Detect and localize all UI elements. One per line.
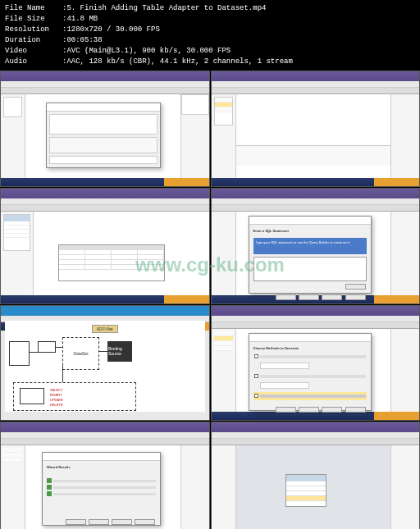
solution-explorer [390,445,419,529]
left-sidebar [212,445,236,529]
filename-value: 5. Finish Adding Table Adapter to Datase… [66,3,415,14]
connector [30,352,38,353]
finish-button [322,407,342,413]
menubar [1,198,209,205]
check-icon [47,485,52,490]
grid-pane [49,137,158,153]
finish-button [322,294,342,300]
left-sidebar [212,212,236,295]
taskbar-badge [374,178,419,186]
table-row [59,265,164,270]
dialog-titlebar [249,217,371,225]
toolbar [212,88,420,94]
checkbox [254,394,258,398]
header-cell [112,245,138,249]
filename-label: File Name [5,3,62,14]
menubar [1,432,209,439]
update-label: UPDATE [50,398,63,402]
checkbox [254,354,258,358]
next-button [299,294,319,300]
thumbnail-7[interactable]: Wizard Results [0,422,210,529]
connector [62,366,63,382]
audio-label: Audio [5,57,62,67]
dialog-titlebar [249,334,371,342]
diagram-canvas: ADO.Net DataSet Binding Source SELECT IN… [5,321,205,413]
sql-source-box [20,388,44,404]
menubar [212,81,420,88]
menubar [212,432,420,439]
previous-button [276,294,296,300]
toolbar [212,205,420,212]
dialog-titlebar [43,453,160,461]
fill-method-name-input [260,363,309,369]
filesize-value: 41.8 MB [66,14,415,25]
table-schema-box [3,214,30,251]
thumbnail-3[interactable] [0,188,210,304]
menubar [1,81,209,88]
previous-button [276,407,296,413]
resolution-label: Resolution [5,25,62,35]
cancel-button [345,294,366,300]
designer-surface [25,94,180,178]
return-datatable-option [253,372,367,381]
query-builder-button [345,284,366,290]
table-header [286,475,326,481]
finish-button [112,519,132,525]
taskbar-badge [374,412,419,420]
previous-button [66,519,86,525]
window-titlebar [1,189,209,198]
dataset-label: DataSet [73,351,88,356]
window-titlebar [212,189,420,198]
video-label: Video [5,46,62,57]
get-method-name-input [260,382,309,389]
wizard-heading: Choose Methods to Generate [253,346,367,353]
header-cell [59,245,85,249]
adonet-label: ADO.Net [92,325,118,333]
result-item [47,485,156,490]
thumbnail-2[interactable] [211,71,421,187]
wizard-heading: Wizard Results [47,465,156,472]
main-area: Choose Methods to Generate [236,329,391,413]
sql-textarea [253,257,367,281]
menubar [212,316,420,322]
thumbnail-6[interactable]: Choose Methods to Generate [211,305,421,422]
window-titlebar [212,71,420,81]
audio-value: AAC, 128 kb/s (CBR), 44.1 kHz, 2 channel… [66,57,415,67]
adapter-row [286,496,326,501]
cancel-button [345,407,366,413]
methods-wizard-dialog: Choose Methods to Generate [249,333,372,411]
left-sidebar [1,445,25,529]
instruction-banner: Type your SQL statement or use the Query… [253,238,367,254]
main-area: Enter a SQL Statement Type your SQL stat… [236,212,391,295]
cancel-button [135,519,155,525]
duration-label: Duration [5,35,62,46]
output-panel [236,145,391,166]
sql-pane [49,156,158,164]
dataset-designer [236,445,391,529]
next-button [299,407,319,413]
thumbnail-5[interactable]: ADO.Net DataSet Binding Source SELECT IN… [0,305,210,422]
fill-datatable-option [253,353,367,361]
table-header [4,215,30,221]
toolbar [1,88,209,94]
result-item [47,478,156,483]
browser-titlebar [1,306,209,316]
toolbar [212,322,420,329]
item [3,458,22,463]
designer-surface [236,94,391,178]
left-sidebar [212,329,236,413]
dialog-titlebar [47,103,160,112]
query-builder-dialog [46,103,161,168]
thumbnail-4[interactable]: Enter a SQL Statement Type your SQL stat… [211,188,421,304]
left-sidebar [212,94,236,178]
column-list [4,221,30,238]
taskbar-badge [164,295,209,303]
wizard-heading: Enter a SQL Statement [253,229,367,235]
thumbnail-grid: Enter a SQL Statement Type your SQL stat… [0,71,420,529]
thumbnail-8[interactable] [211,422,421,529]
thumbnail-1[interactable] [0,71,210,187]
query-grid-area [34,212,209,295]
next-button [89,519,109,525]
left-sidebar [1,94,25,178]
resolution-value: 1280x720 / 30.000 FPS [66,25,415,35]
